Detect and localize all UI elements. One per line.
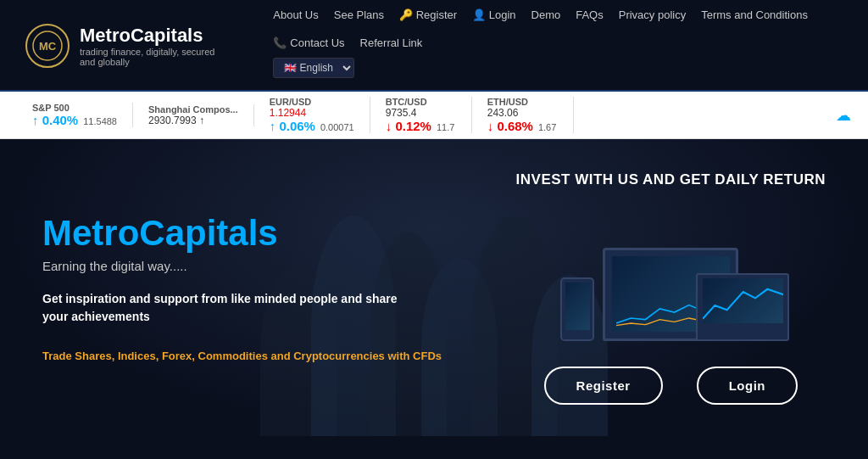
nav-register[interactable]: 🔑 Register	[399, 8, 457, 21]
key-icon: 🔑	[399, 8, 413, 21]
hero-right: INVEST WITH US AND GET DAILY RETURN	[516, 171, 826, 405]
ticker-shanghai-label: Shanghai Compos...	[148, 104, 238, 115]
nav-privacy[interactable]: Privacy policy	[619, 8, 686, 21]
arrow-up-icon2	[270, 119, 276, 133]
nav-demo[interactable]: Demo	[531, 8, 561, 21]
laptop-screen	[703, 278, 783, 323]
ticker-eurusd-label: EUR/USD	[270, 97, 354, 107]
ticker-btcusd-small: 11.7	[437, 122, 454, 132]
brand-tagline: trading finance, digitally, secured and …	[80, 47, 222, 67]
arrow-up-icon	[32, 113, 39, 127]
cloud-icon: ☁	[836, 106, 851, 125]
device-phone	[560, 277, 594, 341]
language-select[interactable]: 🇬🇧 English	[273, 58, 354, 78]
svg-text:MC: MC	[39, 40, 57, 53]
ticker-btcusd-label: BTC/USD	[386, 97, 456, 107]
ticker-eurusd-price: 1.12944	[270, 107, 306, 119]
phone-icon: 📞	[273, 36, 287, 49]
arrow-down-icon2	[487, 119, 494, 133]
ticker-shanghai-price: 2930.7993 ↑	[148, 115, 204, 126]
logo[interactable]: MC MetroCapitals trading finance, digita…	[25, 24, 222, 68]
hero-cfd-text: Trade Shares, Indices, Forex, Commoditie…	[42, 350, 442, 362]
register-button[interactable]: Register	[544, 367, 663, 405]
user-icon: 👤	[472, 8, 486, 21]
ticker-sp500-label: S&P 500	[32, 103, 117, 113]
nav-plans[interactable]: See Plans	[334, 8, 384, 21]
ticker-eurusd-small: 0.00071	[320, 122, 354, 132]
nav-contact[interactable]: 📞 Contact Us	[273, 36, 344, 49]
ticker-sp500: S&P 500 0.40% 11.5488	[17, 103, 133, 127]
hero-left: MetroCapitals Earning the digital way...…	[42, 213, 442, 362]
hero-description: Get inspiration and support from like mi…	[42, 290, 398, 326]
ticker-ethusd: ETH/USD 243.06 0.68% 1.67	[472, 97, 574, 133]
phone-screen	[565, 283, 590, 331]
ticker-bar: S&P 500 0.40% 11.5488 Shanghai Compos...…	[0, 92, 868, 139]
ticker-eurusd: EUR/USD 1.12944 0.06% 0.00071	[254, 97, 370, 133]
nav-referral[interactable]: Referral Link	[360, 36, 423, 49]
nav-terms[interactable]: Terms and Conditions	[701, 8, 808, 21]
devices-illustration	[552, 205, 789, 341]
logo-icon: MC	[25, 24, 70, 68]
hero-subtitle: Earning the digital way.....	[42, 259, 442, 273]
arrow-down-icon	[386, 119, 392, 133]
ticker-shanghai: Shanghai Compos... 2930.7993 ↑	[133, 104, 254, 126]
nav-login[interactable]: 👤 Login	[472, 8, 515, 21]
hero-buttons: Register Login	[544, 367, 798, 405]
device-laptop	[696, 273, 789, 341]
nav-about[interactable]: About Us	[273, 8, 318, 21]
ticker-btcusd-price: 9735.4	[386, 107, 417, 119]
brand-name: MetroCapitals	[80, 25, 222, 47]
monitor-stand	[654, 339, 687, 341]
ticker-ethusd-small: 1.67	[538, 122, 556, 132]
ticker-ethusd-price: 243.06	[487, 107, 519, 119]
main-nav: About Us See Plans 🔑 Register 👤 Login De…	[273, 8, 843, 83]
hero-content: MetroCapitals Earning the digital way...…	[0, 146, 868, 430]
ticker-eurusd-change: 0.06%	[270, 119, 315, 133]
hero-brand: MetroCapitals	[42, 213, 442, 254]
ticker-sp500-change: 0.40%	[32, 113, 78, 127]
header: MC MetroCapitals trading finance, digita…	[0, 0, 868, 92]
nav-faqs[interactable]: FAQs	[576, 8, 604, 21]
login-button[interactable]: Login	[697, 367, 798, 405]
ticker-ethusd-label: ETH/USD	[487, 97, 558, 107]
invest-title: INVEST WITH US AND GET DAILY RETURN	[516, 171, 826, 188]
ticker-btcusd: BTC/USD 9735.4 0.12% 11.7	[370, 97, 472, 133]
ticker-sp500-small: 11.5488	[83, 116, 117, 126]
ticker-ethusd-change: 0.68%	[487, 119, 533, 133]
ticker-btcusd-change: 0.12%	[386, 119, 431, 133]
hero-section: MetroCapitals Earning the digital way...…	[0, 139, 868, 436]
